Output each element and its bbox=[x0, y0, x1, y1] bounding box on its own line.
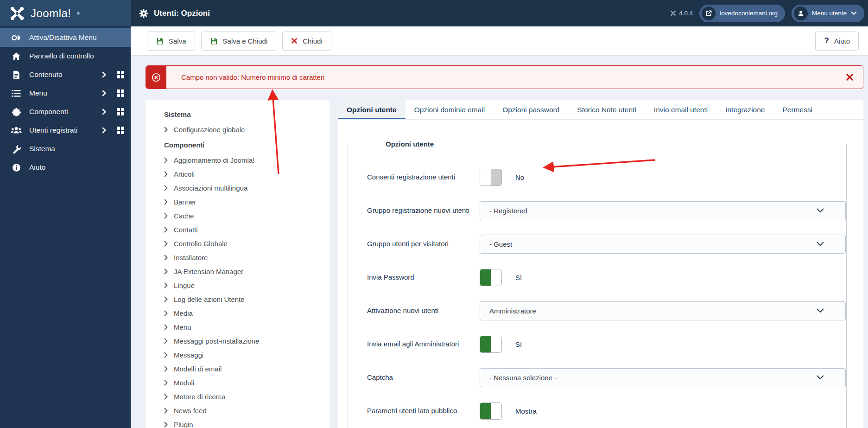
tree-item-media[interactable]: Media bbox=[164, 306, 325, 320]
chevron-right-icon bbox=[164, 380, 168, 386]
tree-item-configurazione-globale[interactable]: Configurazione globale bbox=[164, 122, 325, 136]
tree-item-label: Installatore bbox=[174, 254, 208, 262]
tree-item-associazioni-multilingua[interactable]: Associazioni multilingua bbox=[164, 181, 325, 195]
joomla-logo[interactable]: Joomla! ® bbox=[0, 0, 131, 26]
chevron-right-icon bbox=[164, 282, 168, 288]
tree-item-controllo-globale[interactable]: Controllo Globale bbox=[164, 236, 325, 250]
sidebar-item-sistema[interactable]: Sistema bbox=[0, 140, 131, 158]
grid-icon[interactable] bbox=[117, 127, 124, 134]
sidebar-item-utenti-registrati[interactable]: Utenti registrati bbox=[0, 121, 131, 140]
chevron-right-icon bbox=[164, 352, 168, 358]
site-preview-button[interactable]: iovedoconlemani.org bbox=[699, 5, 785, 22]
select-gruppo-registrazione-nuovi-utenti[interactable]: - Registered bbox=[480, 201, 846, 220]
tree-item-articoli[interactable]: Articoli bbox=[164, 167, 325, 181]
field-label: Invia email agli Amministratori bbox=[367, 339, 480, 349]
save-button[interactable]: Salva bbox=[147, 32, 195, 51]
select-captcha[interactable]: - Nessuna selezione - bbox=[480, 368, 846, 387]
toggle-value: No bbox=[515, 173, 524, 181]
top-bar: Joomla! ® Utenti: Opzioni bbox=[0, 0, 868, 26]
toggle-consenti-registrazione-utenti[interactable] bbox=[480, 169, 502, 186]
toggle-parametri-utenti-lato-pubblico[interactable] bbox=[480, 402, 502, 420]
users-icon bbox=[10, 126, 22, 134]
tree-item-messaggi[interactable]: Messaggi bbox=[164, 348, 325, 362]
joomla-logo-icon bbox=[9, 6, 25, 21]
save-button-label: Salva bbox=[169, 37, 186, 45]
sidebar-item-attiva-disattiva-menu[interactable]: Attiva/Disattiva Menu bbox=[0, 28, 131, 47]
sidebar-item-pannello-di-controllo[interactable]: Pannello di controllo bbox=[0, 47, 131, 65]
field-row-attivazione-nuovi-utenti: Attivazione nuovi utentiAmministratore bbox=[367, 301, 846, 320]
toggle-invia-email-agli-amministratori[interactable] bbox=[480, 336, 502, 353]
tree-item-label: Menu bbox=[174, 323, 191, 331]
sidebar-item-contenuto[interactable]: Contenuto bbox=[0, 65, 131, 84]
help-button[interactable]: ? Aiuto bbox=[815, 32, 859, 51]
tree-item-cache[interactable]: Cache bbox=[164, 209, 325, 223]
tree-item-lingue[interactable]: Lingue bbox=[164, 278, 325, 292]
grid-icon[interactable] bbox=[117, 71, 124, 78]
user-menu-button[interactable]: Menu utente bbox=[792, 5, 864, 22]
sidebar-item-label: Menu bbox=[29, 89, 47, 97]
chevron-right-icon bbox=[164, 366, 168, 372]
chevron-down-icon bbox=[817, 375, 824, 380]
sidebar-item-menu[interactable]: Menu bbox=[0, 84, 131, 102]
sidebar-item-aiuto[interactable]: Aiuto bbox=[0, 158, 131, 177]
tree-item-messaggi-post-installazione[interactable]: Messaggi post-installazione bbox=[164, 334, 325, 348]
chevron-right-icon bbox=[164, 213, 168, 219]
field-label: Attivazione nuovi utenti bbox=[367, 305, 480, 316]
chevron-right-icon bbox=[164, 296, 168, 302]
logo-text: Joomla! bbox=[31, 7, 71, 20]
close-x-icon bbox=[291, 38, 298, 44]
chevron-down-icon bbox=[851, 11, 857, 15]
tree-item-label: Motore di ricerca bbox=[174, 393, 226, 401]
tree-item-ja-extension-manager[interactable]: JA Extension Manager bbox=[164, 264, 325, 278]
site-link-label: iovedoconlemani.org bbox=[720, 10, 778, 17]
field-label: Captcha bbox=[367, 372, 480, 383]
field-control: - Registered bbox=[480, 201, 846, 220]
tree-group-header-sistema: Sistema bbox=[164, 109, 325, 120]
external-link-icon bbox=[702, 6, 716, 20]
tree-item-menu[interactable]: Menu bbox=[164, 320, 325, 334]
sidebar-item-componenti[interactable]: Componenti bbox=[0, 102, 131, 121]
field-label: Consenti registrazione utenti bbox=[367, 172, 480, 182]
tab-integrazione[interactable]: Integrazione bbox=[716, 100, 773, 119]
tree-item-plugin[interactable]: Plugin bbox=[164, 417, 325, 428]
tab-bar: Opzioni utenteOpzioni dominio emailOpzio… bbox=[338, 100, 863, 120]
tree-item-label: Messaggi bbox=[174, 351, 203, 359]
field-control: - Nessuna selezione - bbox=[480, 368, 846, 387]
tab-opzioni-dominio-email[interactable]: Opzioni dominio email bbox=[405, 100, 494, 119]
close-button[interactable]: Chiudi bbox=[282, 32, 331, 51]
toggle-invia-password[interactable] bbox=[480, 269, 502, 286]
tab-opzioni-utente[interactable]: Opzioni utente bbox=[338, 100, 405, 119]
tree-item-log-delle-azioni-utente[interactable]: Log delle azioni Utente bbox=[164, 292, 325, 306]
document-icon bbox=[10, 70, 22, 79]
select-gruppo-utenti-per-visitatori[interactable]: - Guest bbox=[480, 235, 846, 254]
tree-item-aggiornamento-di-joomla[interactable]: Aggiornamento di Joomla! bbox=[164, 153, 325, 167]
tab-opzioni-password[interactable]: Opzioni password bbox=[494, 100, 568, 119]
field-label: Gruppo utenti per visitatori bbox=[367, 238, 480, 249]
tree-item-installatore[interactable]: Installatore bbox=[164, 250, 325, 264]
tab-invio-email-utenti[interactable]: Invio email utenti bbox=[645, 100, 716, 119]
tree-item-label: Messaggi post-installazione bbox=[174, 337, 259, 345]
field-row-parametri-utenti-lato-pubblico: Parametri utenti lato pubblicoMostra bbox=[367, 401, 846, 421]
tree-item-moduli[interactable]: Moduli bbox=[164, 376, 325, 390]
select-value: - Registered bbox=[489, 207, 527, 215]
grid-icon[interactable] bbox=[117, 108, 124, 115]
tree-item-label: JA Extension Manager bbox=[174, 268, 243, 275]
toggle-value: Mostra bbox=[515, 407, 537, 415]
select-value: Amministratore bbox=[489, 307, 536, 315]
tree-item-banner[interactable]: Banner bbox=[164, 195, 325, 209]
field-label: Parametri utenti lato pubblico bbox=[367, 405, 480, 416]
tab-permessi[interactable]: Permessi bbox=[773, 100, 821, 119]
field-row-captcha: Captcha- Nessuna selezione - bbox=[367, 368, 846, 387]
field-row-gruppo-registrazione-nuovi-utenti: Gruppo registrazione nuovi utenti- Regis… bbox=[367, 201, 846, 220]
field-control: - Guest bbox=[480, 235, 846, 254]
alert-close-icon[interactable] bbox=[846, 73, 854, 81]
tree-item-contatti[interactable]: Contatti bbox=[164, 223, 325, 236]
save-close-button[interactable]: Salva e Chiudi bbox=[201, 32, 277, 51]
grid-icon[interactable] bbox=[117, 89, 124, 97]
tree-item-motore-di-ricerca[interactable]: Motore di ricerca bbox=[164, 390, 325, 403]
tree-item-label: Configurazione globale bbox=[174, 126, 245, 134]
select-attivazione-nuovi-utenti[interactable]: Amministratore bbox=[480, 301, 846, 320]
tree-item-news-feed[interactable]: News feed bbox=[164, 403, 325, 417]
tab-storico-note-utenti[interactable]: Storico Note utenti bbox=[568, 100, 645, 119]
tree-item-modelli-di-email[interactable]: Modelli di email bbox=[164, 362, 325, 376]
